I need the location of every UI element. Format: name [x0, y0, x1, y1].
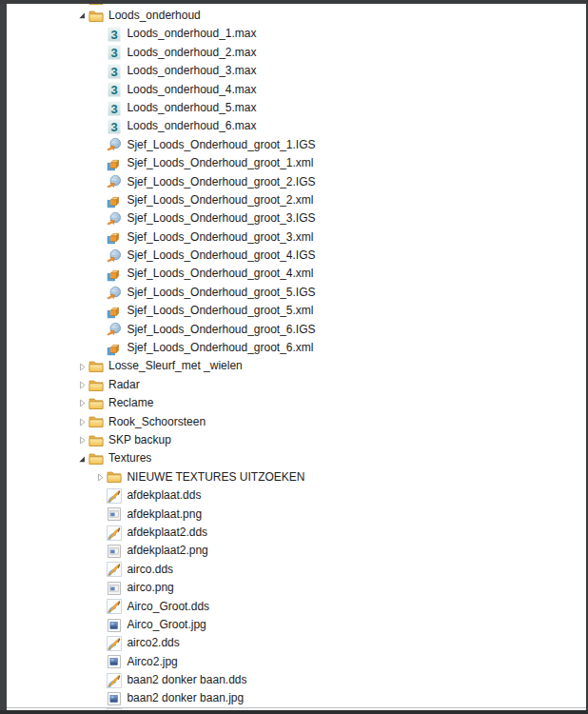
expander-spacer [94, 121, 107, 133]
tree-item[interactable]: Sjef_Loods_Onderhoud_groot_4.IGS [7, 247, 586, 265]
xml-file-icon [107, 193, 122, 208]
igs-file-icon [107, 286, 122, 301]
expander-spacer [94, 637, 107, 649]
tree-item-label: afdekplaat.png [127, 506, 202, 524]
tree-item[interactable]: Losse_Sleurf_met _wielen [7, 357, 586, 375]
expander-spacer [94, 508, 107, 521]
expander-spacer [94, 619, 107, 631]
tree-item-label: baan2 donker baan.jpg [127, 689, 244, 707]
tree-item-label: Sjef_Loods_Onderhoud_groot_2.IGS [127, 173, 315, 191]
dds-file-icon [107, 673, 122, 688]
tree-item[interactable]: afdekplaat2.dds [7, 524, 586, 542]
tree-item[interactable]: Sjef_Loods_Onderhoud_groot_1.xml [7, 154, 586, 172]
tree-item[interactable]: baan2 donker baan.jpg [7, 689, 586, 707]
tree-item[interactable]: Loods_onderhoud_5.max [7, 99, 586, 117]
tree-item[interactable]: SKP backup [7, 431, 586, 449]
tree-item-label: afdekplaat.dds [127, 486, 201, 505]
tree-item-label: Losse_Sleurf_met _wielen [108, 357, 243, 375]
window-frame-left-strip [0, 0, 7, 714]
expander-spacer [94, 102, 107, 114]
tree-item[interactable]: airco.dds [7, 561, 586, 579]
tree-item[interactable]: Sjef_Loods_Onderhoud_groot_4.xml [7, 265, 586, 283]
tree-item-label: afdekplaat2.dds [127, 524, 207, 542]
tree-item-label: Airco2.jpg [127, 653, 177, 671]
tree-item[interactable]: NIEUWE TEXTURES UITZOEKEN [7, 468, 586, 486]
tree-item[interactable]: Sjef_Loods_Onderhoud_groot_3.xml [7, 228, 586, 247]
tree-item-label: airco.dds [127, 561, 173, 579]
tree-item-label: Loods_onderhoud_6.max [127, 117, 256, 135]
igs-file-icon [107, 174, 122, 189]
tree-item[interactable]: Sjef_Loods_Onderhoud_groot_5.IGS [7, 284, 586, 302]
tree-item[interactable]: afdekplaat.dds [7, 486, 586, 505]
tree-item-label: Sjef_Loods_Onderhoud_groot_4.xml [127, 265, 313, 283]
tree-item-label: Sjef_Loods_Onderhoud_groot_6.xml [127, 339, 313, 357]
tree-item[interactable]: Airco_Groot.dds [7, 598, 586, 616]
expander-expanded-icon[interactable] [76, 10, 88, 22]
tree-item-label: Sjef_Loods_Onderhoud_groot_3.IGS [127, 209, 315, 228]
expander-spacer [94, 693, 107, 705]
folder-tree-pane[interactable]: Loods_onderhoud Loods_onderhoud_1.max Lo… [7, 4, 586, 710]
tree-item-label: Airco_Groot.jpg [127, 616, 206, 634]
tree-item[interactable]: Loods_onderhoud [7, 7, 586, 25]
expander-spacer [94, 526, 107, 539]
tree-item[interactable]: Sjef_Loods_Onderhoud_groot_6.IGS [7, 321, 586, 339]
png-file-icon [107, 581, 122, 596]
tree-item[interactable]: Loods_onderhoud_2.max [7, 44, 586, 62]
tree-item[interactable]: Sjef_Loods_Onderhoud_groot_5.xml [7, 302, 586, 320]
tree-item[interactable]: airco.png [7, 579, 586, 597]
tree-item[interactable]: Sjef_Loods_Onderhoud_groot_2.IGS [7, 173, 586, 191]
tree-item-label: SKP backup [108, 431, 171, 449]
max-file-icon [107, 64, 122, 79]
tree-item-label: Rook_Schoorsteen [108, 413, 206, 431]
expander-collapsed-icon[interactable] [76, 361, 88, 373]
expander-spacer [94, 231, 107, 244]
expander-collapsed-icon[interactable] [76, 434, 88, 446]
tree-item-label: Loods_onderhoud [108, 7, 201, 25]
tree-item[interactable]: Loods_onderhoud_1.max [7, 25, 586, 43]
tree-item-label: NIEUWE TEXTURES UITZOEKEN [127, 468, 304, 486]
tree-item[interactable]: Airco2.jpg [7, 653, 586, 671]
tree-item[interactable]: Sjef_Loods_Onderhoud_groot_2.xml [7, 191, 586, 209]
tree-item[interactable]: Sjef_Loods_Onderhoud_groot_1.IGS [7, 136, 586, 154]
tree-item-label: Sjef_Loods_Onderhoud_groot_2.xml [127, 191, 313, 209]
folder-icon [88, 433, 104, 448]
expander-expanded-icon[interactable] [76, 453, 88, 466]
expander-spacer [94, 65, 107, 77]
igs-file-icon [107, 248, 122, 264]
tree-item[interactable]: Textures [7, 449, 586, 467]
tree-item-label: airco.png [127, 579, 173, 597]
tree-item[interactable]: Sjef_Loods_Onderhoud_groot_6.xml [7, 339, 586, 357]
tree-item[interactable]: Sjef_Loods_Onderhoud_groot_3.IGS [7, 209, 586, 228]
tree-item[interactable]: Rook_Schoorsteen [7, 413, 586, 431]
expander-spacer [94, 601, 107, 613]
igs-file-icon [107, 211, 122, 227]
tree-item[interactable]: Loods_onderhoud_6.max [7, 117, 586, 135]
pane-bottom-divider [7, 707, 586, 708]
expander-collapsed-icon[interactable] [76, 416, 88, 428]
expander-spacer [94, 656, 107, 668]
folder-icon [88, 414, 104, 429]
tree-item[interactable]: afdekplaat2.png [7, 542, 586, 560]
tree-item[interactable]: airco2.dds [7, 634, 586, 652]
tree-item[interactable]: afdekplaat.png [7, 506, 586, 524]
folder-icon [107, 469, 122, 485]
tree-item[interactable]: Airco_Groot.jpg [7, 616, 586, 634]
tree-item-label: Sjef_Loods_Onderhoud_groot_6.IGS [127, 321, 315, 339]
tree-item-label: Airco_Groot.dds [127, 598, 209, 616]
tree-item[interactable]: Loods_onderhoud_4.max [7, 81, 586, 99]
expander-collapsed-icon[interactable] [94, 471, 107, 484]
tree-item-label: Loods_onderhoud_5.max [127, 99, 256, 117]
folder-icon [88, 378, 104, 393]
folder-icon [88, 451, 104, 466]
tree-item-label: Reclame [108, 394, 153, 412]
jpg-file-icon [107, 691, 122, 706]
tree-item[interactable]: Radar [7, 376, 586, 394]
expander-spacer [94, 287, 107, 299]
expander-collapsed-icon[interactable] [76, 379, 88, 391]
tree-item-label: Loods_onderhoud_1.max [127, 25, 256, 43]
expander-spacer [94, 489, 107, 502]
tree-item[interactable]: Loods_onderhoud_3.max [7, 62, 586, 80]
tree-item[interactable]: baan2 donker baan.dds [7, 671, 586, 689]
expander-collapsed-icon[interactable] [76, 397, 88, 409]
tree-item[interactable]: Reclame [7, 394, 586, 412]
